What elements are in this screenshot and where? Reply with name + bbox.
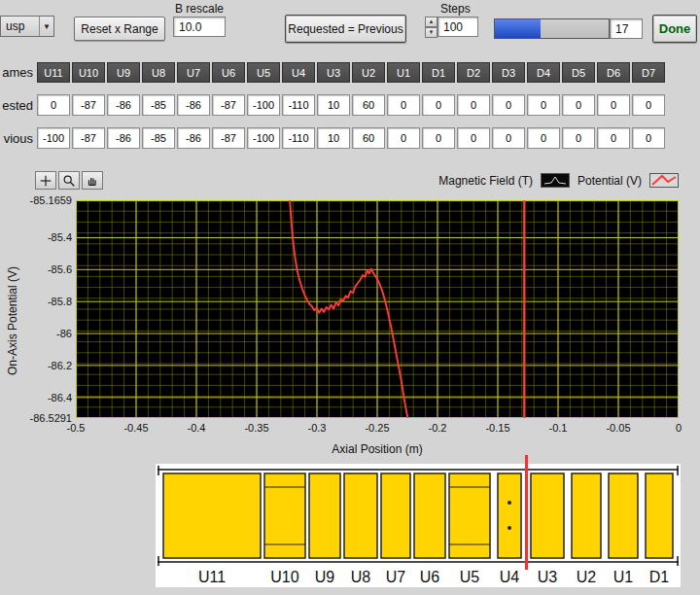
previous-cell-U7[interactable]: -86 xyxy=(177,127,210,149)
requested-cell-U4[interactable]: -110 xyxy=(282,94,315,116)
names-cell-U6: U6 xyxy=(212,62,245,83)
legend-label-magnetic-field: Magnetic Field (T) xyxy=(438,174,533,188)
previous-cell-U1[interactable]: 0 xyxy=(387,127,420,149)
previous-cell-D7[interactable]: 0 xyxy=(632,127,665,149)
previous-cell-U2[interactable]: 60 xyxy=(352,127,385,149)
requested-cell-U7[interactable]: -86 xyxy=(177,94,210,116)
done-button[interactable]: Done xyxy=(652,15,697,43)
svg-text:U2: U2 xyxy=(577,569,597,585)
progress-fill xyxy=(495,19,541,38)
graph-tool-palette xyxy=(35,171,103,190)
previous-cell-D5[interactable]: 0 xyxy=(562,127,595,149)
previous-cell-U3[interactable]: 10 xyxy=(317,127,350,149)
steps-spinner[interactable]: ▲ ▼ xyxy=(425,17,438,37)
y-tick-label: -85.8 xyxy=(0,296,72,307)
svg-text:U4: U4 xyxy=(500,569,520,585)
x-tick-label: -0.1 xyxy=(537,422,579,434)
previous-cell-D3[interactable]: 0 xyxy=(492,127,525,149)
requested-cell-D4[interactable]: 0 xyxy=(527,94,560,116)
mode-dropdown[interactable]: usp ▼ xyxy=(0,16,54,37)
electrode-U5 xyxy=(449,473,490,558)
potential-legend-icon[interactable] xyxy=(649,173,679,188)
y-tick-label: -86.2 xyxy=(0,360,72,371)
labview-front-panel: usp ▼ Reset x Range B rescale 10.0 Reque… xyxy=(0,0,700,595)
done-button-label: Done xyxy=(659,21,691,36)
y-tick-label: -85.6 xyxy=(0,263,72,275)
previous-values-row: -100-87-86-85-86-87-100-110106000000000 xyxy=(37,127,667,149)
electrode-U3 xyxy=(531,473,564,558)
names-cell-U3: U3 xyxy=(317,62,350,83)
y-tick-label: -86 xyxy=(0,328,72,339)
requested-equals-previous-button[interactable]: Requested = Previous xyxy=(285,15,406,43)
steps-input[interactable]: 100 xyxy=(438,17,478,37)
requested-cell-U5[interactable]: -100 xyxy=(247,94,280,116)
names-row-label: ames xyxy=(0,65,33,80)
requested-cell-U3[interactable]: 10 xyxy=(317,94,350,116)
pan-tool-button[interactable] xyxy=(82,171,103,190)
names-cell-D4: D4 xyxy=(527,62,560,83)
previous-cell-D4[interactable]: 0 xyxy=(527,127,560,149)
names-cell-D7: D7 xyxy=(632,62,665,83)
names-cell-U11: U11 xyxy=(37,62,70,83)
b-rescale-input[interactable]: 10.0 xyxy=(173,17,226,37)
steps-label: Steps xyxy=(440,2,471,16)
svg-text:D1: D1 xyxy=(649,569,670,585)
previous-cell-U8[interactable]: -85 xyxy=(142,127,175,149)
requested-cell-U1[interactable]: 0 xyxy=(387,94,420,116)
previous-cell-D6[interactable]: 0 xyxy=(597,127,630,149)
electrode-U10 xyxy=(264,473,305,558)
previous-cell-U6[interactable]: -87 xyxy=(212,127,245,149)
requested-row-label: ested xyxy=(0,98,33,113)
zoom-tool-button[interactable] xyxy=(58,171,80,190)
requested-cell-U2[interactable]: 60 xyxy=(352,94,385,116)
requested-cell-U8[interactable]: -85 xyxy=(142,94,175,116)
x-tick-label: -0.25 xyxy=(356,422,399,434)
potential-plot[interactable] xyxy=(76,200,679,418)
svg-text:U1: U1 xyxy=(613,569,634,585)
previous-cell-D1[interactable]: 0 xyxy=(422,127,455,149)
magnifier-icon xyxy=(62,174,76,188)
x-tick-label: -0.15 xyxy=(476,422,519,434)
electrode-U9 xyxy=(309,473,340,558)
y-tick-label: -85.4 xyxy=(0,231,72,243)
x-tick-label: -0.45 xyxy=(115,422,158,434)
svg-text:U3: U3 xyxy=(538,569,558,585)
names-cell-D2: D2 xyxy=(457,62,490,83)
requested-cell-D5[interactable]: 0 xyxy=(562,94,595,116)
requested-cell-D3[interactable]: 0 xyxy=(492,94,525,116)
previous-cell-U9[interactable]: -86 xyxy=(107,127,140,149)
magnetic-field-legend-icon[interactable] xyxy=(541,173,570,188)
requested-cell-D2[interactable]: 0 xyxy=(457,94,490,116)
names-cell-D3: D3 xyxy=(492,62,525,83)
requested-cell-D6[interactable]: 0 xyxy=(597,94,630,116)
requested-cell-D1[interactable]: 0 xyxy=(422,94,455,116)
spinner-up-icon[interactable]: ▲ xyxy=(425,17,438,27)
mode-dropdown-value: usp xyxy=(6,19,24,33)
previous-cell-U11[interactable]: -100 xyxy=(37,127,70,149)
previous-cell-U5[interactable]: -100 xyxy=(247,127,280,149)
svg-text:U11: U11 xyxy=(198,569,226,585)
requested-cell-U6[interactable]: -87 xyxy=(212,94,245,116)
electrode-U1 xyxy=(609,473,638,558)
names-cell-U1: U1 xyxy=(387,62,420,83)
reset-x-range-button[interactable]: Reset x Range xyxy=(74,17,165,41)
svg-text:U5: U5 xyxy=(460,569,480,585)
x-axis-title: Axial Position (m) xyxy=(76,442,679,456)
electrode-U8 xyxy=(344,473,377,558)
electrode-D1 xyxy=(646,473,673,558)
spinner-down-icon[interactable]: ▼ xyxy=(425,27,438,38)
requested-cell-U9[interactable]: -86 xyxy=(107,94,140,116)
x-tick-label: -0.2 xyxy=(416,422,459,434)
previous-cell-U10[interactable]: -87 xyxy=(72,127,105,149)
requested-cell-U10[interactable]: -87 xyxy=(72,94,105,116)
requested-cell-D7[interactable]: 0 xyxy=(632,94,665,116)
previous-cell-D2[interactable]: 0 xyxy=(457,127,490,149)
position-cursor-line[interactable] xyxy=(525,455,528,570)
plot-legend: Magnetic Field (T) Potential (V) xyxy=(438,173,679,188)
legend-label-potential: Potential (V) xyxy=(578,174,642,188)
requested-cell-U11[interactable]: 0 xyxy=(37,94,70,116)
progress-bar xyxy=(494,18,610,39)
crosshair-tool-button[interactable] xyxy=(35,171,56,190)
previous-cell-U4[interactable]: -110 xyxy=(282,127,315,149)
names-cell-U2: U2 xyxy=(352,62,385,83)
